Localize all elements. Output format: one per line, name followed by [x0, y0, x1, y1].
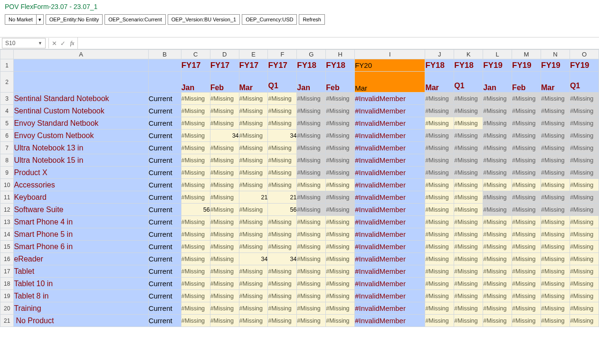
data-cell[interactable]: #Missing	[268, 265, 297, 278]
data-cell[interactable]: #Missing	[541, 117, 570, 130]
data-cell[interactable]: #Missing	[326, 142, 355, 154]
data-cell[interactable]: #Missing	[483, 290, 512, 302]
data-cell[interactable]: #Missing	[239, 290, 268, 302]
data-cell[interactable]: #Missing	[239, 93, 268, 105]
data-cell[interactable]: #Missing	[541, 130, 570, 142]
data-cell[interactable]: #InvalidMember	[355, 191, 425, 204]
row-member-label[interactable]: Envoy Standard Netbook	[14, 117, 148, 130]
data-cell[interactable]: #Missing	[297, 315, 326, 327]
year-header-cell[interactable]: FY17	[239, 59, 268, 72]
data-cell[interactable]: #Missing	[268, 167, 297, 179]
data-cell[interactable]: #Missing	[483, 265, 512, 278]
year-header-cell[interactable]: FY20	[355, 59, 425, 72]
data-cell[interactable]: #Missing	[512, 117, 541, 130]
data-cell[interactable]: #Missing	[483, 130, 512, 142]
data-cell[interactable]: #Missing	[425, 253, 454, 265]
data-cell[interactable]: #Missing	[483, 315, 512, 327]
data-cell[interactable]: #Missing	[570, 130, 599, 142]
row-member-label[interactable]: Tablet	[14, 265, 148, 278]
data-cell[interactable]: #Missing	[268, 179, 297, 191]
row-scenario-label[interactable]: Current	[148, 204, 181, 216]
row-member-label[interactable]: Software Suite	[14, 204, 148, 216]
data-cell[interactable]: #Missing	[512, 179, 541, 191]
data-cell[interactable]: #Missing	[570, 265, 599, 278]
row-member-label[interactable]: Smart Phone 6 in	[14, 241, 148, 253]
year-header-cell[interactable]: FY17	[210, 59, 239, 72]
data-cell[interactable]: #InvalidMember	[355, 241, 425, 253]
column-header[interactable]: O	[570, 50, 599, 59]
data-cell[interactable]: #Missing	[181, 228, 210, 241]
data-cell[interactable]: #Missing	[297, 228, 326, 241]
data-cell[interactable]: #Missing	[570, 278, 599, 290]
data-cell[interactable]: #Missing	[454, 130, 483, 142]
data-cell[interactable]: #Missing	[483, 142, 512, 154]
column-header[interactable]: G	[297, 50, 326, 59]
data-cell[interactable]: #Missing	[454, 191, 483, 204]
data-cell[interactable]: #Missing	[512, 93, 541, 105]
data-cell[interactable]: #Missing	[239, 278, 268, 290]
year-header-cell[interactable]: FY18	[297, 59, 326, 72]
data-cell[interactable]: #Missing	[239, 315, 268, 327]
pov-scenario-button[interactable]: OEP_Scenario:Current	[105, 14, 166, 25]
year-header-cell[interactable]: FY19	[541, 59, 570, 72]
year-header-cell[interactable]: FY17	[268, 59, 297, 72]
dropdown-caret-icon[interactable]: ▾	[36, 14, 44, 25]
data-cell[interactable]: #Missing	[181, 154, 210, 167]
data-cell[interactable]: #Missing	[268, 117, 297, 130]
year-header-cell[interactable]: FY18	[454, 59, 483, 72]
data-cell[interactable]: #Missing	[239, 179, 268, 191]
data-cell[interactable]: #Missing	[483, 154, 512, 167]
row-scenario-label[interactable]: Current	[148, 315, 181, 327]
pov-version-button[interactable]: OEP_Version:BU Version_1	[168, 14, 240, 25]
data-cell[interactable]: #Missing	[210, 117, 239, 130]
data-cell[interactable]: #InvalidMember	[355, 265, 425, 278]
row-member-label[interactable]: Product X	[14, 167, 148, 179]
data-cell[interactable]: #Missing	[181, 93, 210, 105]
column-header[interactable]: E	[239, 50, 268, 59]
row-header[interactable]: 8	[0, 154, 14, 167]
data-cell[interactable]: #Missing	[297, 265, 326, 278]
data-cell[interactable]: #Missing	[326, 167, 355, 179]
data-cell[interactable]: #Missing	[570, 191, 599, 204]
data-cell[interactable]: #Missing	[239, 130, 268, 142]
data-cell[interactable]: 21	[268, 191, 297, 204]
data-cell[interactable]: #Missing	[425, 93, 454, 105]
data-cell[interactable]: #Missing	[268, 290, 297, 302]
spreadsheet-grid[interactable]: ABCDEFGHIJKLMNO1FY17FY17FY17FY17FY18FY18…	[0, 49, 599, 327]
row-scenario-label[interactable]: Current	[148, 105, 181, 117]
row-scenario-label[interactable]: Current	[148, 290, 181, 302]
data-cell[interactable]: #Missing	[454, 105, 483, 117]
data-cell[interactable]: #Missing	[181, 179, 210, 191]
row-header[interactable]: 19	[0, 290, 14, 302]
pov-currency-button[interactable]: OEP_Currency:USD	[242, 14, 297, 25]
data-cell[interactable]: #Missing	[454, 167, 483, 179]
data-cell[interactable]: #Missing	[239, 154, 268, 167]
month-header-cell[interactable]: Jan	[181, 72, 210, 93]
formula-input[interactable]	[77, 37, 599, 49]
data-cell[interactable]: #Missing	[483, 253, 512, 265]
row-member-label[interactable]: Accessories	[14, 179, 148, 191]
data-cell[interactable]: #Missing	[297, 302, 326, 315]
data-cell[interactable]: #Missing	[425, 167, 454, 179]
row-header[interactable]: 20	[0, 302, 14, 315]
data-cell[interactable]: #Missing	[512, 228, 541, 241]
data-cell[interactable]: #Missing	[570, 154, 599, 167]
data-cell[interactable]: #Missing	[297, 241, 326, 253]
data-cell[interactable]: #Missing	[210, 204, 239, 216]
data-cell[interactable]: #InvalidMember	[355, 130, 425, 142]
data-cell[interactable]: #InvalidMember	[355, 253, 425, 265]
data-cell[interactable]: #Missing	[297, 117, 326, 130]
column-header[interactable]: L	[483, 50, 512, 59]
data-cell[interactable]: #Missing	[268, 93, 297, 105]
row-header[interactable]: 11	[0, 191, 14, 204]
month-header-cell[interactable]: Q1	[268, 72, 297, 93]
data-cell[interactable]: #Missing	[570, 241, 599, 253]
column-header[interactable]: A	[14, 50, 148, 59]
data-cell[interactable]: #Missing	[210, 167, 239, 179]
row-member-label[interactable]: Sentinal Custom Notebook	[14, 105, 148, 117]
header-cell[interactable]	[148, 72, 181, 93]
data-cell[interactable]: #Missing	[541, 154, 570, 167]
data-cell[interactable]: #Missing	[483, 216, 512, 228]
data-cell[interactable]: #Missing	[512, 142, 541, 154]
data-cell[interactable]: #Missing	[326, 191, 355, 204]
